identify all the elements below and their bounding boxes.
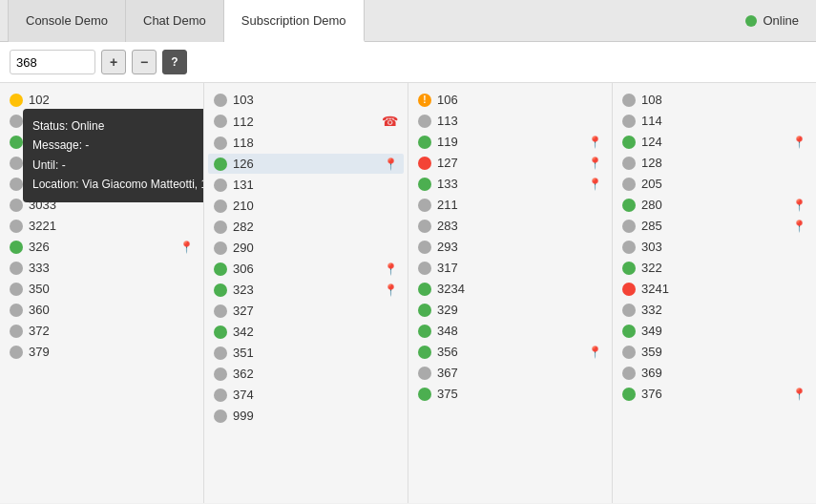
list-item[interactable]: 127 📍 <box>412 153 608 173</box>
list-item[interactable]: 113 <box>412 111 608 131</box>
list-item[interactable]: 281 <box>4 153 199 173</box>
list-item[interactable]: 293 <box>412 237 608 257</box>
status-dot <box>418 325 431 338</box>
list-item[interactable]: 282 <box>208 217 404 237</box>
status-dot <box>214 284 227 297</box>
list-item[interactable]: 102 Status: Online Message: - Until: - L… <box>4 90 199 110</box>
list-item[interactable]: 999 <box>208 406 404 426</box>
list-item[interactable]: 306 📍 <box>208 259 404 279</box>
list-item[interactable]: 327 <box>208 301 404 321</box>
list-item[interactable]: ! 106 <box>412 90 608 110</box>
item-label: 375 <box>437 387 458 401</box>
remove-button[interactable]: − <box>132 50 157 74</box>
list-item[interactable]: 379 <box>4 342 199 362</box>
pin-icon: 📍 <box>179 136 194 149</box>
list-item[interactable]: 317 <box>412 258 608 278</box>
tab-chat[interactable]: Chat Demo <box>126 0 224 42</box>
filter-input[interactable] <box>10 50 95 74</box>
status-dot <box>10 262 23 275</box>
status-dot <box>418 283 431 296</box>
list-item[interactable]: 210 <box>208 196 404 216</box>
status-dot <box>10 220 23 233</box>
list-item[interactable]: 372 <box>4 321 199 341</box>
list-item[interactable]: 3241 <box>617 279 812 299</box>
list-item[interactable]: 128 <box>617 153 812 173</box>
list-item[interactable]: 3234 <box>412 279 608 299</box>
info-button[interactable]: ? <box>162 50 187 74</box>
list-item[interactable]: 112 ☎︎ <box>208 111 404 132</box>
list-item[interactable]: 375 <box>412 384 608 404</box>
list-item[interactable]: 326 📍 <box>4 237 199 257</box>
list-item[interactable]: 131 <box>208 175 404 195</box>
list-item[interactable]: 286 <box>4 174 199 194</box>
pin-icon: 📍 <box>384 262 398 276</box>
status-dot <box>10 199 23 212</box>
list-item[interactable]: 285 📍 <box>617 216 812 236</box>
list-item[interactable]: 369 <box>617 363 812 383</box>
list-item[interactable]: 342 <box>208 322 404 342</box>
list-item[interactable]: 367 <box>412 363 608 383</box>
list-item[interactable]: 205 <box>617 174 812 194</box>
status-dot <box>10 94 23 107</box>
list-item[interactable]: 333 <box>4 258 199 278</box>
list-item[interactable]: 111 <box>4 111 199 131</box>
list-item[interactable]: 356 📍 <box>412 342 608 362</box>
list-item[interactable]: 290 <box>208 238 404 258</box>
item-label: 327 <box>233 304 254 318</box>
status-dot <box>622 199 636 212</box>
item-label: 127 <box>437 156 458 170</box>
column-2: 103 112 ☎︎ 118 126 📍 13 <box>204 83 408 503</box>
list-item[interactable]: 3033 <box>4 195 199 215</box>
status-dot <box>214 304 227 318</box>
list-item[interactable]: 376 📍 <box>617 384 812 404</box>
tab-subscription[interactable]: Subscription Demo <box>224 0 365 42</box>
list-item[interactable]: 124 📍 <box>617 132 812 152</box>
list-item[interactable]: 362 <box>208 364 404 384</box>
list-item[interactable]: 351 <box>208 343 404 363</box>
status-dot <box>10 136 23 149</box>
list-item[interactable]: 103 <box>208 90 404 110</box>
list-item[interactable]: 332 <box>617 300 812 320</box>
list-item[interactable]: 349 <box>617 321 812 341</box>
status-dot <box>418 115 431 128</box>
status-dot <box>418 220 431 233</box>
item-label: 333 <box>29 261 50 275</box>
status-dot <box>214 136 227 150</box>
pin-icon: 📍 <box>792 220 806 233</box>
status-dot <box>622 178 636 191</box>
status-dot <box>622 367 636 380</box>
item-label: 3221 <box>29 219 56 233</box>
list-item[interactable]: 348 <box>412 321 608 341</box>
list-item[interactable]: 133 📍 <box>412 174 608 194</box>
status-dot <box>10 178 23 191</box>
list-item[interactable]: 280 📍 <box>617 195 812 215</box>
list-item[interactable]: 207 📍 <box>4 132 199 152</box>
tabs-bar: Console Demo Chat Demo Subscription Demo… <box>0 0 816 42</box>
list-item[interactable]: 211 <box>412 195 608 215</box>
toolbar: + − ? <box>0 42 816 83</box>
list-item[interactable]: 283 <box>412 216 608 236</box>
list-item[interactable]: 359 <box>617 342 812 362</box>
list-item[interactable]: 374 <box>208 385 404 405</box>
list-item[interactable]: 114 <box>617 111 812 131</box>
add-button[interactable]: + <box>101 50 126 74</box>
item-label: 348 <box>437 324 458 338</box>
list-item[interactable]: 119 📍 <box>412 132 608 152</box>
list-item[interactable]: 108 <box>617 90 812 110</box>
item-label: 359 <box>641 345 662 359</box>
item-label: 379 <box>29 345 50 359</box>
list-item[interactable]: 329 <box>412 300 608 320</box>
list-item[interactable]: 126 📍 <box>208 154 404 174</box>
list-item[interactable]: 360 <box>4 300 199 320</box>
main-content: 102 Status: Online Message: - Until: - L… <box>0 83 816 503</box>
column-1: 102 Status: Online Message: - Until: - L… <box>0 83 204 503</box>
list-item[interactable]: 3221 <box>4 216 199 236</box>
list-item[interactable]: 118 <box>208 133 404 153</box>
pin-icon: 📍 <box>588 136 602 149</box>
list-item[interactable]: 303 <box>617 237 812 257</box>
list-item[interactable]: 323 📍 <box>208 280 404 300</box>
list-item[interactable]: 350 <box>4 279 199 299</box>
list-item[interactable]: 322 <box>617 258 812 278</box>
status-dot <box>214 200 227 213</box>
tab-console[interactable]: Console Demo <box>8 0 126 42</box>
